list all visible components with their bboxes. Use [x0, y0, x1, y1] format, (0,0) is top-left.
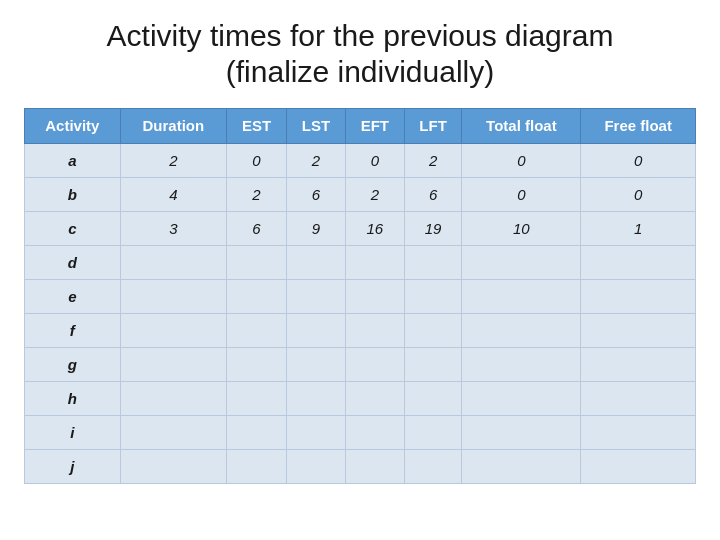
header-lst: LST — [287, 109, 346, 144]
cell-lft — [404, 348, 462, 382]
cell-lst — [287, 246, 346, 280]
cell-lft — [404, 314, 462, 348]
cell-lst — [287, 348, 346, 382]
cell-activity: d — [25, 246, 121, 280]
cell-free_float — [581, 348, 696, 382]
cell-duration: 2 — [120, 144, 226, 178]
cell-duration — [120, 280, 226, 314]
cell-lft — [404, 280, 462, 314]
cell-duration — [120, 450, 226, 484]
cell-eft — [345, 246, 404, 280]
cell-activity: e — [25, 280, 121, 314]
cell-lft: 19 — [404, 212, 462, 246]
table-row: e — [25, 280, 696, 314]
table-row: a2020200 — [25, 144, 696, 178]
table-row: j — [25, 450, 696, 484]
cell-eft — [345, 314, 404, 348]
cell-free_float — [581, 382, 696, 416]
cell-free_float — [581, 280, 696, 314]
cell-est — [226, 416, 286, 450]
cell-activity: c — [25, 212, 121, 246]
cell-total_float — [462, 450, 581, 484]
table-row: d — [25, 246, 696, 280]
header-eft: EFT — [345, 109, 404, 144]
cell-eft — [345, 382, 404, 416]
table-row: b4262600 — [25, 178, 696, 212]
cell-duration — [120, 246, 226, 280]
cell-total_float: 10 — [462, 212, 581, 246]
cell-lft — [404, 450, 462, 484]
cell-lst — [287, 450, 346, 484]
table-row: h — [25, 382, 696, 416]
table-row: g — [25, 348, 696, 382]
cell-lft — [404, 246, 462, 280]
header-duration: Duration — [120, 109, 226, 144]
cell-activity: f — [25, 314, 121, 348]
cell-free_float — [581, 450, 696, 484]
cell-free_float — [581, 416, 696, 450]
cell-lst — [287, 280, 346, 314]
cell-total_float: 0 — [462, 178, 581, 212]
cell-est: 0 — [226, 144, 286, 178]
cell-duration — [120, 348, 226, 382]
cell-activity: g — [25, 348, 121, 382]
cell-lst: 6 — [287, 178, 346, 212]
cell-lst — [287, 416, 346, 450]
cell-activity: i — [25, 416, 121, 450]
table-header-row: Activity Duration EST LST EFT LFT Total … — [25, 109, 696, 144]
cell-lst — [287, 382, 346, 416]
page: Activity times for the previous diagram … — [0, 0, 720, 540]
cell-lst: 2 — [287, 144, 346, 178]
header-lft: LFT — [404, 109, 462, 144]
cell-eft: 0 — [345, 144, 404, 178]
table-row: f — [25, 314, 696, 348]
cell-eft — [345, 280, 404, 314]
cell-free_float: 0 — [581, 144, 696, 178]
activity-table: Activity Duration EST LST EFT LFT Total … — [24, 108, 696, 484]
cell-lft — [404, 382, 462, 416]
header-total-float: Total float — [462, 109, 581, 144]
header-free-float: Free float — [581, 109, 696, 144]
cell-lft — [404, 416, 462, 450]
cell-total_float — [462, 246, 581, 280]
cell-eft — [345, 416, 404, 450]
cell-est — [226, 314, 286, 348]
cell-lst — [287, 314, 346, 348]
cell-lst: 9 — [287, 212, 346, 246]
cell-free_float — [581, 314, 696, 348]
cell-eft — [345, 450, 404, 484]
cell-est: 6 — [226, 212, 286, 246]
cell-free_float: 1 — [581, 212, 696, 246]
cell-free_float — [581, 246, 696, 280]
cell-total_float — [462, 348, 581, 382]
cell-duration: 4 — [120, 178, 226, 212]
cell-total_float — [462, 280, 581, 314]
cell-eft: 2 — [345, 178, 404, 212]
cell-total_float: 0 — [462, 144, 581, 178]
header-activity: Activity — [25, 109, 121, 144]
cell-duration: 3 — [120, 212, 226, 246]
cell-activity: b — [25, 178, 121, 212]
cell-lft: 2 — [404, 144, 462, 178]
cell-eft: 16 — [345, 212, 404, 246]
cell-est — [226, 450, 286, 484]
cell-duration — [120, 314, 226, 348]
cell-eft — [345, 348, 404, 382]
table-row: i — [25, 416, 696, 450]
header-est: EST — [226, 109, 286, 144]
cell-est — [226, 280, 286, 314]
cell-est — [226, 348, 286, 382]
page-title: Activity times for the previous diagram … — [107, 18, 614, 90]
cell-free_float: 0 — [581, 178, 696, 212]
table-row: c3691619101 — [25, 212, 696, 246]
cell-duration — [120, 382, 226, 416]
cell-est — [226, 382, 286, 416]
cell-activity: h — [25, 382, 121, 416]
cell-total_float — [462, 314, 581, 348]
cell-lft: 6 — [404, 178, 462, 212]
cell-est — [226, 246, 286, 280]
cell-activity: j — [25, 450, 121, 484]
cell-total_float — [462, 382, 581, 416]
table-wrapper: Activity Duration EST LST EFT LFT Total … — [24, 108, 696, 484]
cell-activity: a — [25, 144, 121, 178]
